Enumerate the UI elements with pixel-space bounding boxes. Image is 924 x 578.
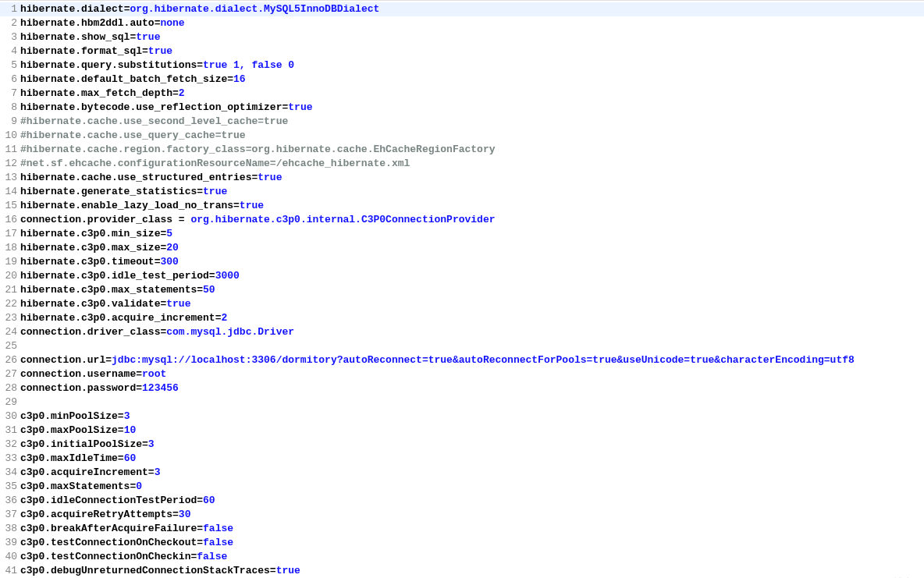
property-key: hibernate.max_fetch_depth — [20, 87, 172, 99]
line-number: 30 — [0, 410, 20, 424]
equals-sign: = — [197, 495, 203, 506]
code-line[interactable]: 7hibernate.max_fetch_depth=2 — [0, 87, 924, 101]
equals-sign: = — [233, 200, 240, 211]
property-value: 16 — [233, 73, 246, 85]
code-line[interactable]: 12#net.sf.ehcache.configurationResourceN… — [0, 157, 924, 171]
line-content[interactable]: hibernate.cache.use_structured_entries=t… — [20, 171, 924, 185]
code-editor[interactable]: 1hibernate.dialect=org.hibernate.dialect… — [0, 0, 924, 578]
code-line[interactable]: 31c3p0.maxPoolSize=10 — [0, 424, 924, 438]
line-content[interactable] — [20, 395, 924, 410]
line-content[interactable]: #hibernate.cache.use_query_cache=true — [20, 129, 924, 143]
line-content[interactable]: connection.driver_class=com.mysql.jdbc.D… — [20, 325, 924, 339]
line-number: 29 — [0, 395, 20, 410]
code-line[interactable]: 24connection.driver_class=com.mysql.jdbc… — [0, 325, 924, 339]
line-content[interactable]: hibernate.enable_lazy_load_no_trans=true — [20, 199, 924, 213]
line-content[interactable]: c3p0.maxStatements=0 — [20, 480, 924, 494]
code-line[interactable]: 29 — [0, 395, 924, 410]
equals-sign: = — [270, 565, 276, 576]
line-content[interactable]: c3p0.idleConnectionTestPeriod=60 — [20, 494, 924, 508]
line-content[interactable]: hibernate.max_fetch_depth=2 — [20, 87, 924, 101]
line-content[interactable]: c3p0.maxIdleTime=60 — [20, 452, 924, 466]
line-content[interactable]: #hibernate.cache.region.factory_class=or… — [20, 143, 924, 157]
line-number: 15 — [0, 199, 20, 213]
code-line[interactable]: 37c3p0.acquireRetryAttempts=30 — [0, 508, 924, 522]
code-line[interactable]: 28connection.password=123456 — [0, 381, 924, 395]
code-line[interactable]: 25 — [0, 339, 924, 353]
line-content[interactable]: hibernate.c3p0.max_size=20 — [20, 241, 924, 255]
code-line[interactable]: 40c3p0.testConnectionOnCheckin=false — [0, 550, 924, 564]
code-line[interactable]: 21hibernate.c3p0.max_statements=50 — [0, 283, 924, 297]
line-content[interactable]: c3p0.acquireRetryAttempts=30 — [20, 508, 924, 522]
code-line[interactable]: 32c3p0.initialPoolSize=3 — [0, 438, 924, 452]
code-line[interactable]: 5hibernate.query.substitutions=true 1, f… — [0, 59, 924, 73]
equals-sign: = — [118, 424, 124, 436]
line-content[interactable]: c3p0.debugUnreturnedConnectionStackTrace… — [20, 564, 924, 578]
code-line[interactable]: 4hibernate.format_sql=true — [0, 44, 924, 59]
code-line[interactable]: 22hibernate.c3p0.validate=true — [0, 297, 924, 311]
line-content[interactable]: hibernate.format_sql=true — [20, 44, 924, 59]
line-content[interactable]: hibernate.c3p0.validate=true — [20, 297, 924, 311]
line-number: 21 — [0, 283, 20, 297]
line-content[interactable]: c3p0.acquireIncrement=3 — [20, 466, 924, 480]
line-content[interactable]: hibernate.c3p0.timeout=300 — [20, 255, 924, 269]
code-line[interactable]: 2hibernate.hbm2ddl.auto=none — [0, 16, 924, 30]
line-content[interactable]: c3p0.minPoolSize=3 — [20, 410, 924, 424]
code-line[interactable]: 35c3p0.maxStatements=0 — [0, 480, 924, 494]
property-key: c3p0.idleConnectionTestPeriod — [20, 495, 197, 506]
line-number: 16 — [0, 213, 20, 227]
code-line[interactable]: 13hibernate.cache.use_structured_entries… — [0, 171, 924, 185]
equals-sign: = — [105, 354, 112, 366]
code-line[interactable]: 36c3p0.idleConnectionTestPeriod=60 — [0, 494, 924, 508]
code-line[interactable]: 20hibernate.c3p0.idle_test_period=3000 — [0, 269, 924, 283]
code-line[interactable]: 3hibernate.show_sql=true — [0, 30, 924, 44]
line-content[interactable]: hibernate.show_sql=true — [20, 30, 924, 44]
line-content[interactable]: hibernate.default_batch_fetch_size=16 — [20, 73, 924, 87]
code-line[interactable]: 41c3p0.debugUnreturnedConnectionStackTra… — [0, 564, 924, 578]
line-content[interactable]: connection.provider_class = org.hibernat… — [20, 213, 924, 227]
code-line[interactable]: 27connection.username=root — [0, 367, 924, 381]
line-content[interactable] — [20, 339, 924, 353]
code-line[interactable]: 6hibernate.default_batch_fetch_size=16 — [0, 73, 924, 87]
line-content[interactable]: c3p0.initialPoolSize=3 — [20, 438, 924, 452]
code-line[interactable]: 23hibernate.c3p0.acquire_increment=2 — [0, 311, 924, 325]
code-line[interactable]: 17hibernate.c3p0.min_size=5 — [0, 227, 924, 241]
line-number: 20 — [0, 269, 20, 283]
line-content[interactable]: connection.password=123456 — [20, 381, 924, 395]
code-line[interactable]: 18hibernate.c3p0.max_size=20 — [0, 241, 924, 255]
line-content[interactable]: connection.username=root — [20, 367, 924, 381]
code-line[interactable]: 19hibernate.c3p0.timeout=300 — [0, 255, 924, 269]
code-line[interactable]: 30c3p0.minPoolSize=3 — [0, 410, 924, 424]
code-line[interactable]: 9#hibernate.cache.use_second_level_cache… — [0, 115, 924, 129]
line-content[interactable]: hibernate.hbm2ddl.auto=none — [20, 16, 924, 30]
line-content[interactable]: c3p0.breakAfterAcquireFailure=false — [20, 522, 924, 536]
line-content[interactable]: hibernate.c3p0.idle_test_period=3000 — [20, 269, 924, 283]
line-content[interactable]: hibernate.generate_statistics=true — [20, 185, 924, 199]
line-content[interactable]: hibernate.dialect=org.hibernate.dialect.… — [20, 2, 924, 16]
code-line[interactable]: 15hibernate.enable_lazy_load_no_trans=tr… — [0, 199, 924, 213]
line-content[interactable]: #hibernate.cache.use_second_level_cache=… — [20, 115, 924, 129]
line-content[interactable]: c3p0.testConnectionOnCheckin=false — [20, 550, 924, 564]
line-content[interactable]: #net.sf.ehcache.configurationResourceNam… — [20, 157, 924, 171]
line-content[interactable]: hibernate.c3p0.acquire_increment=2 — [20, 311, 924, 325]
code-line[interactable]: 1hibernate.dialect=org.hibernate.dialect… — [0, 2, 924, 16]
code-line[interactable]: 34c3p0.acquireIncrement=3 — [0, 466, 924, 480]
line-content[interactable]: c3p0.testConnectionOnCheckout=false — [20, 536, 924, 550]
code-line[interactable]: 26connection.url=jdbc:mysql://localhost:… — [0, 353, 924, 367]
code-line[interactable]: 10#hibernate.cache.use_query_cache=true — [0, 129, 924, 143]
code-line[interactable]: 38c3p0.breakAfterAcquireFailure=false — [0, 522, 924, 536]
equals-sign: = — [136, 368, 142, 380]
line-content[interactable]: hibernate.query.substitutions=true 1, fa… — [20, 59, 924, 73]
line-content[interactable]: connection.url=jdbc:mysql://localhost:33… — [20, 353, 924, 367]
line-content[interactable]: c3p0.maxPoolSize=10 — [20, 424, 924, 438]
line-number: 39 — [0, 536, 20, 550]
line-content[interactable]: hibernate.bytecode.use_reflection_optimi… — [20, 101, 924, 115]
code-line[interactable]: 39c3p0.testConnectionOnCheckout=false — [0, 536, 924, 550]
line-content[interactable]: hibernate.c3p0.min_size=5 — [20, 227, 924, 241]
code-line[interactable]: 8hibernate.bytecode.use_reflection_optim… — [0, 101, 924, 115]
code-line[interactable]: 11#hibernate.cache.region.factory_class=… — [0, 143, 924, 157]
line-content[interactable]: hibernate.c3p0.max_statements=50 — [20, 283, 924, 297]
code-line[interactable]: 16connection.provider_class = org.hibern… — [0, 213, 924, 227]
code-line[interactable]: 33c3p0.maxIdleTime=60 — [0, 452, 924, 466]
code-line[interactable]: 14hibernate.generate_statistics=true — [0, 185, 924, 199]
equals-sign: = — [142, 438, 148, 450]
